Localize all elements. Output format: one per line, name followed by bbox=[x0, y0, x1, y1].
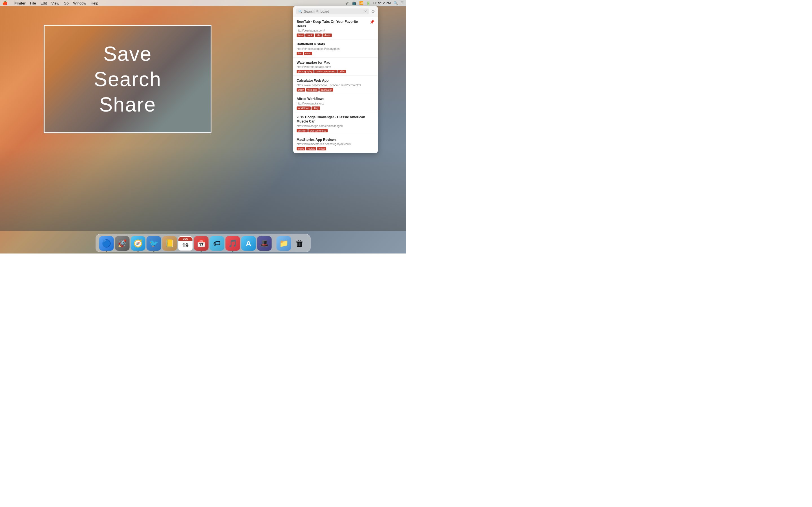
tag[interactable]: batch-processing bbox=[314, 70, 337, 73]
promo-text-search: Search bbox=[94, 66, 161, 92]
pin-tags: photography batch-processing utility bbox=[297, 70, 374, 73]
folder-icon: 📁 bbox=[280, 239, 289, 248]
dock-fantastical[interactable]: 📅 bbox=[194, 236, 209, 251]
pin-item[interactable]: BeerTab - Keep Tabs On Your Favorite Bee… bbox=[293, 17, 378, 40]
contacts-icon: 📒 bbox=[165, 239, 174, 248]
dock-contacts[interactable]: 📒 bbox=[162, 236, 177, 251]
pin-url: https://www.polymer-proj...per-calculato… bbox=[297, 83, 374, 87]
pin-url: http://www.packal.org/ bbox=[297, 102, 374, 105]
tag[interactable]: utility bbox=[338, 70, 346, 73]
pin-private-icon: 📌 bbox=[370, 20, 374, 24]
pin-title: Alfred Workflows bbox=[297, 97, 374, 101]
tag[interactable]: calculator bbox=[319, 88, 333, 92]
pin-url: http://www.dodge.com/en/challenger/ bbox=[297, 124, 374, 128]
airplay-icon: 📺 bbox=[352, 1, 356, 5]
search-clear-button[interactable]: ✕ bbox=[364, 9, 367, 13]
dock-finder[interactable]: 🔵 bbox=[99, 236, 114, 251]
tag[interactable]: awesomeness bbox=[308, 129, 327, 132]
tag[interactable]: wishlist bbox=[297, 129, 308, 132]
tag[interactable]: photography bbox=[297, 70, 313, 73]
search-input[interactable] bbox=[304, 10, 363, 13]
tag[interactable]: utility bbox=[312, 107, 320, 110]
pin-tags: news review viticci bbox=[297, 147, 374, 151]
tag[interactable]: beer bbox=[297, 34, 305, 37]
dock-alfred[interactable]: 🎩 bbox=[257, 236, 272, 251]
tag[interactable]: track bbox=[305, 34, 314, 37]
dock-trash[interactable]: 🗑 bbox=[292, 236, 307, 251]
menubar-left: 🍎 Finder File Edit View Go Window Help bbox=[2, 1, 98, 6]
pin-item[interactable]: 2015 Dodge Challenger - Classic American… bbox=[293, 112, 378, 135]
pin-tags: workflows utility bbox=[297, 107, 374, 110]
pin-url: http://watermarkerapp.com/ bbox=[297, 65, 374, 68]
tweetbot-running-dot bbox=[153, 251, 154, 252]
tweetbot-icon: 🐦 bbox=[149, 239, 158, 248]
alfred-icon: 🎩 bbox=[260, 239, 269, 248]
pin-tags: utility web-app calculator bbox=[297, 88, 374, 92]
search-menubar-icon[interactable]: 🔍 bbox=[394, 1, 398, 5]
pin-item-header: 2015 Dodge Challenger - Classic American… bbox=[297, 115, 374, 124]
notification-icon[interactable]: ☰ bbox=[401, 1, 404, 5]
tag[interactable]: utility bbox=[297, 88, 305, 92]
tag[interactable]: web-app bbox=[306, 88, 319, 92]
dock-safari[interactable]: 🧭 bbox=[131, 236, 146, 251]
pin-item-header: Alfred Workflows bbox=[297, 97, 374, 101]
search-icon: 🔍 bbox=[298, 10, 303, 13]
pin-title: Battlefield 4 Stats bbox=[297, 42, 374, 47]
wifi-icon: 📶 bbox=[359, 1, 363, 5]
promo-box: Save Search Share bbox=[44, 25, 211, 133]
menubar: 🍎 Finder File Edit View Go Window Help 🖊… bbox=[0, 0, 406, 6]
tag[interactable]: viticci bbox=[317, 147, 326, 151]
dock-appstore[interactable]: A bbox=[241, 236, 256, 251]
pin-title: Calculator Web App bbox=[297, 78, 374, 83]
pin-item-header: BeerTab - Keep Tabs On Your Favorite Bee… bbox=[297, 20, 374, 29]
promo-text-share: Share bbox=[99, 92, 156, 117]
pin-item[interactable]: Calculator Web App https://www.polymer-p… bbox=[293, 76, 378, 94]
pinboard-items-list: BeerTab - Keep Tabs On Your Favorite Bee… bbox=[293, 17, 378, 153]
pin-item-header: Calculator Web App bbox=[297, 78, 374, 83]
pin-item[interactable]: MacStories App Reviews http://www.macsto… bbox=[293, 135, 378, 153]
pin-title: BeerTab - Keep Tabs On Your Favorite Bee… bbox=[297, 20, 368, 29]
tag[interactable]: share bbox=[322, 34, 332, 37]
tag[interactable]: bf4 bbox=[297, 52, 303, 55]
dock-launchpad[interactable]: 🚀 bbox=[115, 236, 130, 251]
menu-edit[interactable]: Edit bbox=[41, 1, 47, 5]
dock: 🔵 🚀 🧭 🐦 📒 DEC 19 📅 bbox=[96, 234, 311, 252]
fantastical-running-dot bbox=[201, 251, 202, 252]
clock: Fri 5:12 PM bbox=[373, 1, 391, 5]
pin-item[interactable]: Watermarker for Mac http://watermarkerap… bbox=[293, 58, 378, 76]
settings-icon[interactable]: ⚙ bbox=[371, 9, 375, 14]
menu-file[interactable]: File bbox=[30, 1, 36, 5]
app-name[interactable]: Finder bbox=[14, 1, 26, 5]
dock-pricetag[interactable]: 🏷 bbox=[210, 236, 224, 251]
fantastical-icon: 📅 bbox=[197, 239, 206, 248]
menu-view[interactable]: View bbox=[51, 1, 59, 5]
tag[interactable]: review bbox=[306, 147, 316, 151]
dock-calendar[interactable]: DEC 19 bbox=[178, 236, 193, 251]
stylus-icon: 🖊 bbox=[346, 1, 349, 5]
dock-tweetbot[interactable]: 🐦 bbox=[147, 236, 161, 251]
battery-icon: 🔋 bbox=[366, 1, 370, 5]
menu-window[interactable]: Window bbox=[73, 1, 86, 5]
safari-running-dot bbox=[138, 251, 139, 252]
dock-music[interactable]: 🎵 bbox=[225, 236, 240, 251]
menu-help[interactable]: Help bbox=[91, 1, 98, 5]
pinboard-header: 🔍 ✕ ⚙ bbox=[293, 6, 378, 17]
desktop: 🍎 Finder File Edit View Go Window Help 🖊… bbox=[0, 0, 406, 253]
pin-url: http://bf4stats.com/ps4/binaryghost bbox=[297, 47, 374, 50]
pin-tags: wishlist awesomeness bbox=[297, 129, 374, 132]
tag[interactable]: news bbox=[297, 147, 305, 151]
dock-folder[interactable]: 📁 bbox=[276, 236, 291, 251]
search-bar[interactable]: 🔍 ✕ bbox=[296, 8, 369, 14]
pricetag-icon: 🏷 bbox=[213, 239, 221, 248]
pin-item[interactable]: Alfred Workflows http://www.packal.org/ … bbox=[293, 94, 378, 112]
tag[interactable]: stats bbox=[304, 52, 312, 55]
calendar-month: DEC bbox=[179, 237, 193, 241]
promo-text-save: Save bbox=[103, 41, 152, 66]
tag[interactable]: workflows bbox=[297, 107, 311, 110]
menubar-right: 🖊 📺 📶 🔋 Fri 5:12 PM 🔍 ☰ bbox=[346, 1, 404, 5]
menu-go[interactable]: Go bbox=[64, 1, 68, 5]
tag[interactable]: rate bbox=[315, 34, 322, 37]
pin-item[interactable]: Battlefield 4 Stats http://bf4stats.com/… bbox=[293, 40, 378, 58]
pin-url: http://www.macstories.net/category/revie… bbox=[297, 143, 374, 146]
apple-menu[interactable]: 🍎 bbox=[2, 1, 8, 6]
